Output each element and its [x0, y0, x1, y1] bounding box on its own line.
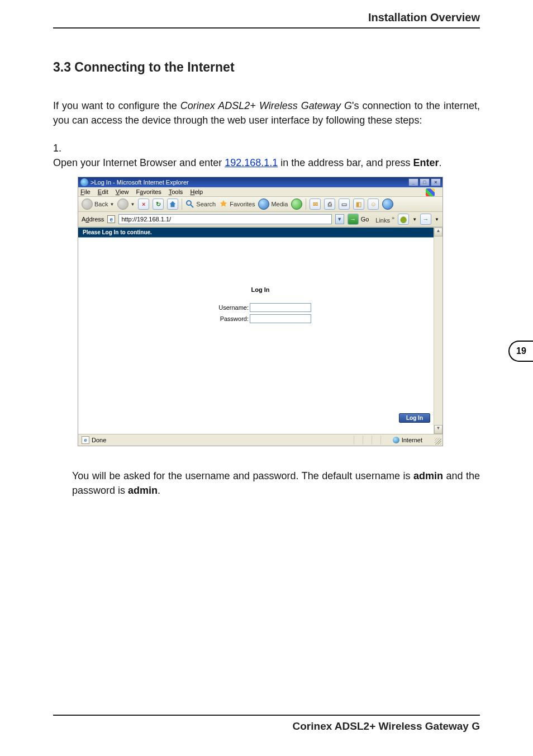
password-input[interactable] [250, 314, 311, 323]
history-button[interactable] [291, 199, 302, 210]
page-content: Please Log In to continue. Log In Userna… [78, 227, 442, 434]
bluetooth-icon [382, 199, 393, 210]
status-text: Done [92, 437, 106, 443]
statusbar: e Done Internet [78, 434, 442, 446]
favorites-button[interactable]: Favorites [219, 200, 255, 209]
security-zone: Internet [393, 437, 422, 443]
discuss-button[interactable]: ◧ [353, 199, 364, 210]
menu-file[interactable]: FFileile [80, 188, 91, 195]
menu-favorites[interactable]: Favorites [136, 188, 161, 195]
home-icon [169, 200, 177, 208]
address-dropdown[interactable]: ▼ [335, 214, 344, 224]
links-label[interactable]: Links » [375, 215, 394, 224]
step-1: 1. Open your Internet Browser and enter … [53, 141, 480, 170]
login-banner: Please Log In to continue. [78, 228, 442, 238]
ie-icon [80, 178, 88, 186]
refresh-button[interactable]: ↻ [153, 199, 164, 210]
menu-edit[interactable]: Edit [98, 188, 108, 195]
media-icon [258, 199, 269, 210]
edit-button[interactable]: ▭ [339, 199, 350, 210]
address-label: Address [82, 216, 104, 223]
page-number: 19 [508, 341, 533, 362]
menubar: FFileile Edit View Favorites Tools Help [78, 187, 442, 197]
window-titlebar: >Log In - Microsoft Internet Explorer _ … [78, 177, 442, 187]
address-link[interactable]: 192.168.1.1 [225, 157, 278, 168]
close-button[interactable]: × [431, 178, 441, 186]
scrollbar[interactable]: ▲ ▼ [434, 228, 442, 434]
login-form: Log In Username: Password: [177, 286, 344, 325]
page-footer: Corinex ADSL2+ Wireless Gateway G [53, 715, 480, 733]
credentials-paragraph: You will be asked for the username and p… [72, 469, 480, 498]
menu-help[interactable]: Help [190, 188, 203, 195]
login-title: Log In [177, 286, 344, 293]
globe-icon [393, 437, 399, 443]
address-bar: Address e ▼ → Go Links » ⬤ ▼ → ▼ [78, 212, 442, 227]
intro-paragraph: If you want to configure the Corinex ADS… [53, 98, 480, 127]
minimize-button[interactable]: _ [408, 178, 418, 186]
forward-button[interactable]: ▼ [117, 199, 135, 210]
home-button[interactable] [167, 199, 178, 210]
window-title: >Log In - Microsoft Internet Explorer [91, 179, 189, 186]
resize-grip-icon[interactable] [435, 438, 441, 445]
address-input[interactable] [118, 214, 331, 224]
menu-view[interactable]: View [116, 188, 129, 195]
popup-icon[interactable]: → [420, 214, 431, 225]
footer-product: Corinex ADSL2+ Wireless Gateway G [53, 720, 480, 733]
ie-screenshot: >Log In - Microsoft Internet Explorer _ … [78, 177, 443, 446]
media-button[interactable]: Media [258, 199, 288, 210]
messenger-button[interactable]: ☺ [368, 199, 379, 210]
svg-line-1 [191, 205, 193, 207]
section-heading: 3.3 Connecting to the Internet [53, 60, 480, 75]
username-input[interactable] [250, 303, 311, 312]
chapter-title: Installation Overview [53, 11, 480, 32]
login-button[interactable]: Log In [399, 413, 430, 423]
go-button[interactable]: → Go [348, 214, 369, 225]
scroll-up-icon[interactable]: ▲ [434, 228, 442, 237]
status-page-icon: e [82, 436, 89, 444]
search-icon [185, 200, 194, 209]
svg-point-0 [187, 201, 191, 205]
username-label: Username: [210, 304, 249, 311]
page-icon: e [107, 215, 115, 223]
mail-button[interactable]: ✉ [310, 199, 321, 210]
back-button[interactable]: Back ▼ [82, 199, 114, 210]
menu-tools[interactable]: Tools [169, 188, 183, 195]
print-button[interactable]: ⎙ [324, 199, 335, 210]
search-button[interactable]: Search [185, 200, 216, 209]
password-label: Password: [210, 315, 249, 322]
maximize-button[interactable]: □ [420, 178, 430, 186]
star-icon [219, 200, 228, 209]
norton-icon[interactable]: ⬤ [398, 214, 409, 225]
scroll-down-icon[interactable]: ▼ [434, 425, 442, 434]
windows-flag-icon [426, 188, 435, 196]
stop-button[interactable]: × [138, 199, 149, 210]
toolbar: Back ▼ ▼ × ↻ Search Favorites Media [78, 197, 442, 212]
